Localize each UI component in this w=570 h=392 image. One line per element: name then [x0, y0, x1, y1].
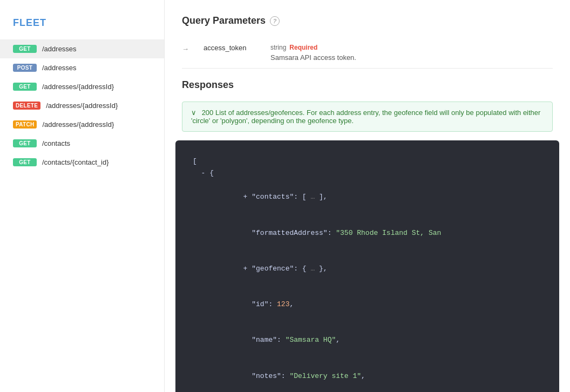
sidebar-item-get-addresses[interactable]: GET /addresses: [0, 39, 164, 58]
sidebar-item-path: /addresses/{addressId}: [46, 102, 118, 110]
param-arrow: →: [182, 45, 191, 53]
param-row-access-token: → access_token string Required Samsara A…: [182, 37, 553, 69]
response-200-description: List of addresses/geofences. For each ad…: [191, 109, 540, 125]
query-params-label: Query Parameters: [182, 15, 266, 26]
code-line: [: [193, 156, 542, 167]
sidebar-item-path: /contacts: [42, 139, 70, 147]
query-params-section: Query Parameters ? → access_token string…: [165, 0, 570, 69]
code-line: + "geofence": { … },: [193, 251, 542, 287]
method-badge-get: GET: [13, 158, 37, 166]
method-badge-patch: PATCH: [13, 120, 37, 129]
code-line: "formattedAddress": "350 Rhode Island St…: [193, 215, 542, 251]
param-required: Required: [289, 44, 317, 51]
method-badge-get: GET: [13, 45, 37, 53]
help-icon[interactable]: ?: [270, 16, 280, 26]
response-200-status: 200: [202, 109, 214, 117]
main-content: Query Parameters ? → access_token string…: [165, 0, 570, 392]
code-line: - {: [193, 167, 542, 179]
sidebar-item-path: /addresses: [42, 64, 77, 72]
sidebar-item-get-contacts-id[interactable]: GET /contacts/{contact_id}: [0, 153, 164, 172]
code-block: [ - { + "contacts": [ … ], "formattedAdd…: [175, 140, 559, 392]
responses-title: Responses: [182, 79, 553, 91]
param-type: string: [270, 44, 286, 51]
sidebar-item-path: /addresses/{addressId}: [42, 83, 114, 91]
param-name: access_token: [203, 44, 257, 52]
sidebar-item-path: /addresses: [42, 45, 77, 53]
param-description: Samsara API access token.: [270, 53, 553, 62]
sidebar-item-get-addresses-id[interactable]: GET /addresses/{addressId}: [0, 77, 164, 96]
sidebar-item-path: /contacts/{contact_id}: [42, 158, 109, 166]
code-line: "notes": "Delivery site 1",: [193, 359, 542, 392]
param-type-line: string Required: [270, 44, 553, 51]
query-params-title: Query Parameters ?: [182, 15, 553, 26]
code-line: "id": 123,: [193, 287, 542, 322]
sidebar-item-patch-addresses-id[interactable]: PATCH /addresses/{addressId}: [0, 115, 164, 134]
responses-section: Responses ∨ 200 List of addresses/geofen…: [165, 69, 570, 132]
sidebar-item-delete-addresses-id[interactable]: DELETE /addresses/{addressId}: [0, 96, 164, 115]
responses-label: Responses: [182, 79, 234, 91]
method-badge-delete: DELETE: [13, 102, 40, 110]
sidebar-item-get-contacts[interactable]: GET /contacts: [0, 134, 164, 153]
code-line: "name": "Samsara HQ",: [193, 322, 542, 358]
sidebar: FLEET GET /addresses POST /addresses GET…: [0, 0, 165, 392]
sidebar-title: FLEET: [0, 11, 164, 39]
method-badge-post: POST: [13, 64, 37, 72]
sidebar-item-post-addresses[interactable]: POST /addresses: [0, 58, 164, 77]
param-desc: string Required Samsara API access token…: [270, 44, 553, 62]
chevron-icon: ∨: [191, 109, 196, 117]
sidebar-item-path: /addresses/{addressId}: [42, 120, 114, 129]
code-line: + "contacts": [ … ],: [193, 179, 542, 215]
response-200[interactable]: ∨ 200 List of addresses/geofences. For e…: [182, 102, 553, 132]
method-badge-get: GET: [13, 139, 37, 147]
method-badge-get: GET: [13, 83, 37, 91]
